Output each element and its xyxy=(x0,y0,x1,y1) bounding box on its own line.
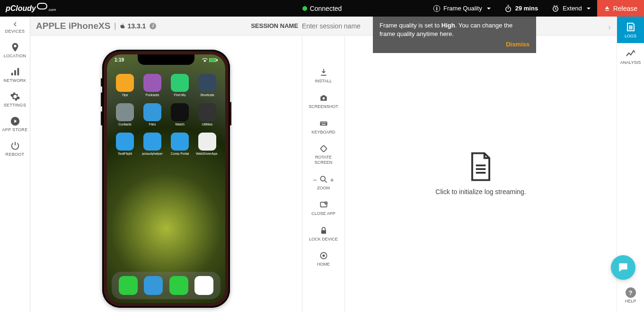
svg-rect-14 xyxy=(320,145,326,152)
svg-point-15 xyxy=(320,176,325,181)
app-icon xyxy=(116,103,134,121)
release-button[interactable]: Release xyxy=(597,0,644,17)
phone-app[interactable]: Utilities xyxy=(195,103,220,126)
app-icon xyxy=(198,133,216,151)
sidebar-item-reboot[interactable]: REBOOT xyxy=(0,137,30,161)
chevron-down-icon xyxy=(587,8,591,9)
control-keyboard[interactable]: KEYBOARD xyxy=(302,115,344,141)
app-label: Podcasts xyxy=(146,93,159,97)
app-label: Find My xyxy=(174,93,186,97)
dismiss-button[interactable]: Dismiss xyxy=(379,40,529,49)
phone-app[interactable]: WebDriverAge... xyxy=(195,133,220,155)
svg-point-6 xyxy=(322,97,325,99)
app-icon xyxy=(171,74,189,92)
phone-status-icons xyxy=(202,57,218,62)
app-icon xyxy=(143,133,161,151)
extend-dropdown[interactable]: Extend xyxy=(545,0,597,17)
logs-panel[interactable]: Click to initialize log streaming. xyxy=(345,36,617,312)
analysis-icon xyxy=(625,48,636,59)
sidebar-left: DEVICES LOCATION NETWORK SETTINGS APP ST… xyxy=(0,17,30,312)
app-label: WebDriverAge... xyxy=(196,152,219,155)
home-icon xyxy=(319,251,328,260)
app-label: TestFlight xyxy=(118,152,132,155)
brand-logo[interactable]: pCloudy .com xyxy=(0,4,62,13)
sidebar-label: DEVICES xyxy=(5,29,25,34)
rotate-icon xyxy=(319,144,328,153)
phone-app[interactable]: Contacts xyxy=(113,103,137,126)
sidebar-item-location[interactable]: LOCATION xyxy=(0,38,30,63)
control-screenshot[interactable]: SCREENSHOT xyxy=(302,89,344,115)
svg-rect-18 xyxy=(321,230,326,234)
rail-item-help[interactable]: ? HELP xyxy=(617,283,644,308)
play-icon xyxy=(10,116,20,126)
sidebar-label: SETTINGS xyxy=(4,103,26,107)
phone-app[interactable]: Files xyxy=(140,103,165,126)
phone-screen[interactable]: 1:19 TipsPodcastsFind MyShortcutsContact… xyxy=(107,54,225,303)
rail-item-analysis[interactable]: ANALYSIS xyxy=(617,43,644,70)
sidebar-label: LOCATION xyxy=(4,53,26,58)
phone-app[interactable]: Watch xyxy=(168,103,192,126)
control-home[interactable]: HOME xyxy=(302,247,344,273)
camera-icon xyxy=(319,93,328,103)
main-canvas: 1:19 TipsPodcastsFind MyShortcutsContact… xyxy=(30,36,617,312)
chat-button[interactable] xyxy=(611,255,635,280)
control-close-app[interactable]: CLOSE APP xyxy=(302,196,344,222)
app-label: Tips xyxy=(122,93,128,97)
sidebar-item-appstore[interactable]: APP STORE xyxy=(0,112,30,137)
phone-dock xyxy=(112,272,221,299)
app-icon xyxy=(171,103,189,121)
svg-rect-10 xyxy=(323,122,324,123)
info-icon[interactable]: i xyxy=(150,23,156,29)
pin-icon xyxy=(10,42,20,53)
chevron-left-icon xyxy=(11,20,19,28)
phone-app[interactable]: Tips xyxy=(113,74,137,97)
frame-quality-dropdown[interactable]: Frame Quality xyxy=(426,0,497,17)
dock-app-safari[interactable] xyxy=(144,276,163,295)
control-install[interactable]: INSTALL xyxy=(302,64,344,89)
device-os: 13.3.1 i xyxy=(120,22,156,30)
svg-rect-11 xyxy=(324,122,325,123)
session-label: SESSION NAME xyxy=(251,22,298,29)
eject-icon xyxy=(604,5,610,12)
control-zoom[interactable]: − + ZOOM xyxy=(302,171,344,196)
chevron-right-icon[interactable]: › xyxy=(608,22,611,32)
dock-app-messages[interactable] xyxy=(169,276,188,295)
sidebar-item-network[interactable]: NETWORK xyxy=(0,63,30,88)
app-label: pcloudyhelper xyxy=(142,152,163,155)
app-label: Utilities xyxy=(202,123,213,126)
svg-rect-4 xyxy=(210,59,216,62)
phone-app[interactable]: Find My xyxy=(168,74,192,97)
battery-icon xyxy=(209,58,218,62)
svg-rect-5 xyxy=(217,59,218,61)
release-label: Release xyxy=(613,5,637,12)
top-bar: pCloudy .com Connected Frame Quality 29 … xyxy=(0,0,644,17)
control-lock[interactable]: LOCK DEVICE xyxy=(302,222,344,248)
svg-point-20 xyxy=(322,255,325,257)
chat-icon xyxy=(617,261,629,274)
phone-frame: 1:19 TipsPodcastsFind MyShortcutsContact… xyxy=(102,50,230,308)
lock-icon xyxy=(319,226,328,235)
signal-icon xyxy=(10,67,20,77)
rail-item-logs[interactable]: LOGS xyxy=(617,17,644,43)
sidebar-item-settings[interactable]: SETTINGS xyxy=(0,88,30,112)
phone-app[interactable]: pcloudyhelper xyxy=(140,133,165,155)
dock-app-music[interactable] xyxy=(194,276,213,295)
wifi-icon xyxy=(202,58,208,62)
phone-app[interactable]: Podcasts xyxy=(140,74,165,97)
phone-time: 1:19 xyxy=(115,57,124,62)
control-rotate[interactable]: ROTATE SCREEN xyxy=(302,140,344,171)
dock-app-phone[interactable] xyxy=(119,276,138,295)
brand-text: pCloudy xyxy=(6,4,36,13)
app-icon xyxy=(116,74,134,92)
phone-app[interactable]: Shortcuts xyxy=(195,74,220,97)
phone-app[interactable]: Comp Portal xyxy=(168,133,192,155)
connection-status: Connected xyxy=(302,5,342,12)
zoom-in-icon[interactable]: + xyxy=(330,176,334,184)
sidebar-label: APP STORE xyxy=(2,127,28,132)
clock-icon xyxy=(551,4,560,13)
zoom-out-icon[interactable]: − xyxy=(313,176,317,184)
phone-app[interactable]: TestFlight xyxy=(113,133,137,155)
document-icon xyxy=(468,152,494,181)
sidebar-label: NETWORK xyxy=(3,78,26,83)
sidebar-item-devices[interactable]: DEVICES xyxy=(0,17,30,38)
